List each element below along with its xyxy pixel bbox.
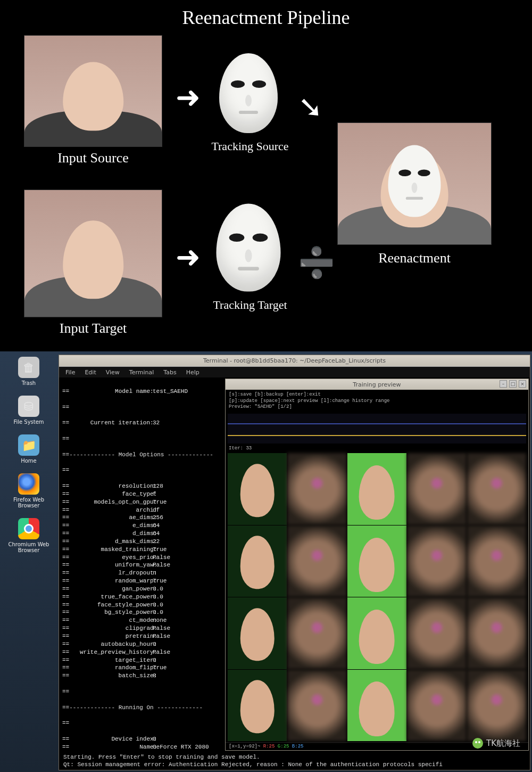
menu-file[interactable]: File — [65, 369, 75, 376]
face-cell — [228, 670, 287, 741]
terminal-menubar: File Edit View Terminal Tabs Help — [59, 367, 530, 377]
reenactment-pipeline-diagram: Reenactment Pipeline Input Source Input … — [0, 0, 532, 351]
terminal-titlebar[interactable]: Terminal - root@8b1dd5baa170: ~/DeepFace… — [59, 355, 530, 367]
firefox-icon — [18, 473, 39, 495]
tracking-source-mask — [219, 53, 278, 133]
terminal-option-row: == write_preview_history: False — [62, 648, 224, 656]
arrow-right-icon — [176, 240, 201, 274]
arrow-diagonal-down-icon — [298, 89, 323, 124]
linux-desktop: 🗑Trash ⛁File System 📁Home Firefox Web Br… — [0, 351, 532, 772]
input-source-label: Input Source — [24, 150, 162, 166]
close-button[interactable]: × — [519, 380, 526, 388]
desktop-icon-firefox[interactable]: Firefox Web Browser — [7, 473, 50, 508]
input-target-image — [24, 190, 162, 317]
face-cell — [347, 597, 406, 669]
arrow-diagonal-up-icon — [298, 245, 335, 280]
terminal-option-row: == bg_style_power: 0.0 — [62, 609, 224, 617]
face-cell — [467, 597, 526, 669]
terminal-option-row: == eyes_prio: False — [62, 554, 224, 562]
disk-icon: ⛁ — [18, 396, 39, 417]
terminal-option-row: == batch_size: 8 — [62, 672, 224, 680]
menu-edit[interactable]: Edit — [85, 369, 96, 376]
maximize-button[interactable]: □ — [509, 380, 517, 388]
terminal-option-row: == target_iter: 0 — [62, 656, 224, 664]
terminal-option-row: == masked_training: True — [62, 546, 224, 554]
tracking-target-mask — [217, 204, 281, 292]
watermark: TK航海社 — [472, 738, 520, 749]
terminal-device-row: == Name: GeForce RTX 2080 — [62, 743, 224, 751]
face-cell — [228, 525, 287, 597]
desktop-icons: 🗑Trash ⛁File System 📁Home Firefox Web Br… — [7, 357, 50, 563]
preview-iteration: Iter: 33 — [226, 445, 528, 452]
terminal-device-row: == Device index: 0 — [62, 735, 224, 743]
menu-view[interactable]: View — [106, 369, 120, 376]
terminal-option-row: == clipgrad: False — [62, 625, 224, 633]
face-cell — [228, 597, 287, 669]
loss-graph — [228, 414, 526, 444]
folder-icon: 📁 — [18, 434, 39, 456]
face-cell — [467, 453, 526, 524]
terminal-option-row: == e_dims: 64 — [62, 522, 224, 530]
terminal-footer: Starting. Press "Enter" to stop training… — [59, 752, 530, 770]
diagram-title: Reenactment Pipeline — [0, 6, 532, 29]
wechat-icon — [472, 738, 483, 749]
terminal-option-row: == lr_dropout: n — [62, 569, 224, 577]
terminal-window[interactable]: Terminal - root@8b1dd5baa170: ~/DeepFace… — [59, 355, 530, 770]
reenactment-output-image — [337, 122, 492, 245]
face-cell — [287, 670, 346, 741]
menu-tabs[interactable]: Tabs — [163, 369, 176, 376]
terminal-option-row: == pretrain: False — [62, 633, 224, 640]
terminal-option-row: == models_opt_on_gpu: True — [62, 498, 224, 506]
desktop-icon-filesystem[interactable]: ⛁File System — [7, 396, 50, 425]
menu-help[interactable]: Help — [186, 369, 200, 376]
training-preview-window[interactable]: Training preview – □ × [s]:save [b]:back… — [225, 379, 529, 751]
terminal-option-row: == true_face_power: 0.0 — [62, 593, 224, 601]
face-cell — [407, 525, 466, 597]
face-cell — [228, 453, 287, 524]
face-cell — [467, 670, 526, 741]
desktop-icon-chromium[interactable]: Chromium Web Browser — [7, 518, 50, 553]
terminal-option-row: == d_mask_dims: 22 — [62, 538, 224, 546]
tracking-target-label: Tracking Target — [197, 298, 303, 312]
input-target-label: Input Target — [24, 321, 162, 336]
face-cell — [407, 453, 466, 524]
minimize-button[interactable]: – — [500, 380, 507, 388]
terminal-output[interactable]: == Model name: test_SAEHD == == Current … — [59, 377, 224, 752]
terminal-option-row: == d_dims: 64 — [62, 530, 224, 538]
face-cell — [287, 453, 346, 524]
terminal-option-row: == face_type: f — [62, 490, 224, 498]
face-cell — [407, 670, 466, 741]
terminal-option-row: == random_flip: True — [62, 664, 224, 672]
menu-terminal[interactable]: Terminal — [129, 369, 154, 376]
reenactment-label: Reenactment — [337, 250, 492, 266]
terminal-option-row: == face_style_power: 0.0 — [62, 601, 224, 609]
face-cell — [347, 453, 406, 524]
face-cell — [467, 525, 526, 597]
face-cell — [287, 597, 346, 669]
terminal-option-row: == autobackup_hour: 0 — [62, 640, 224, 648]
chromium-icon — [18, 518, 39, 539]
tracking-source-label: Tracking Source — [197, 139, 303, 153]
face-cell — [347, 525, 406, 597]
terminal-option-row: == gan_power: 0.0 — [62, 585, 224, 593]
desktop-icon-home[interactable]: 📁Home — [7, 434, 50, 464]
preview-titlebar[interactable]: Training preview – □ × — [226, 379, 528, 390]
preview-help: [s]:save [b]:backup [enter]:exit [p]:upd… — [226, 390, 528, 413]
preview-face-grid — [226, 452, 528, 742]
face-cell — [287, 525, 346, 597]
input-source-image — [24, 35, 162, 147]
terminal-option-row: == ct_mode: none — [62, 617, 224, 625]
desktop-icon-trash[interactable]: 🗑Trash — [7, 357, 50, 386]
terminal-option-row: == random_warp: True — [62, 577, 224, 585]
terminal-option-row: == archi: df — [62, 506, 224, 514]
terminal-option-row: == uniform_yaw: False — [62, 561, 224, 569]
terminal-option-row: == ae_dims: 256 — [62, 514, 224, 522]
face-cell — [347, 670, 406, 741]
trash-icon: 🗑 — [18, 357, 39, 378]
face-cell — [407, 597, 466, 669]
arrow-right-icon — [176, 80, 201, 114]
terminal-option-row: == resolution: 128 — [62, 482, 224, 490]
